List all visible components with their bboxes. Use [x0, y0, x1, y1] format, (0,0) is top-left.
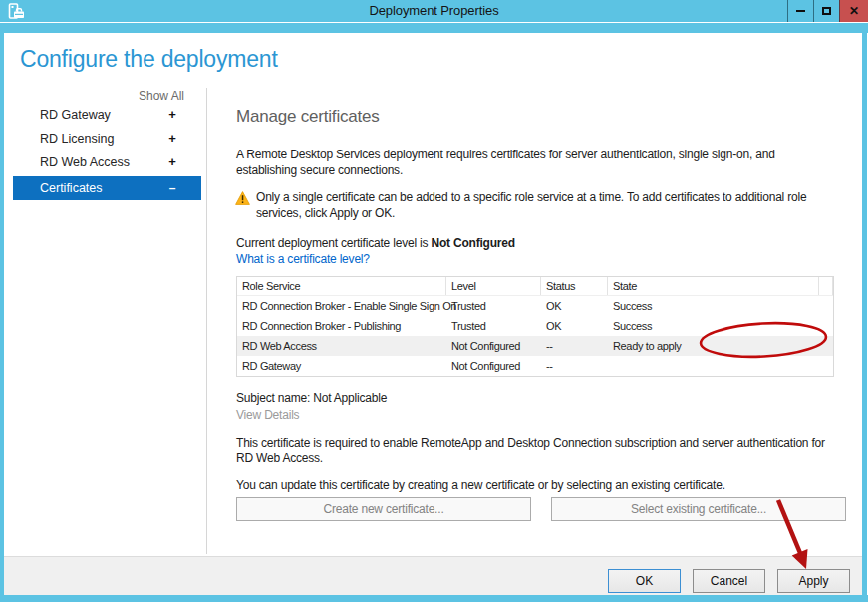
select-existing-certificate-button[interactable]: Select existing certificate... [551, 497, 846, 521]
certificate-description: This certificate is required to enable R… [236, 435, 834, 466]
cell-role-service: RD Connection Broker - Enable Single Sig… [237, 296, 446, 316]
apply-button[interactable]: Apply [777, 569, 850, 593]
cell-role-service: RD Web Access [237, 336, 446, 356]
certificate-level-help-link[interactable]: What is a certificate level? [236, 252, 370, 266]
sidebar-divider [206, 88, 207, 554]
cell-status: OK [541, 296, 608, 316]
ok-button[interactable]: OK [608, 569, 681, 593]
cell-state: Success [608, 296, 819, 316]
certificates-table: Role Service Level Status State RD Conne… [236, 276, 834, 377]
cell-level: Not Configured [446, 336, 541, 356]
table-row-highlighted[interactable]: RD Web Access Not Configured -- Ready to… [237, 336, 833, 356]
sidebar-item-rd-gateway[interactable]: RD Gateway [40, 108, 111, 122]
certificate-level-value: Not Configured [431, 236, 515, 250]
title-bar-band [0, 23, 868, 33]
table-row[interactable]: RD Connection Broker - Enable Single Sig… [237, 296, 833, 316]
cell-level: Not Configured [446, 356, 541, 376]
cell-status: -- [541, 356, 608, 376]
cell-level: Trusted [446, 296, 541, 316]
title-bar: Deployment Properties ✕ [0, 0, 868, 22]
minimize-icon [796, 10, 805, 12]
column-header-role-service[interactable]: Role Service [237, 277, 446, 295]
column-header-spacer [819, 277, 833, 295]
subject-name-text: Subject name: Not Applicable [236, 390, 834, 406]
cancel-button[interactable]: Cancel [693, 569, 765, 593]
table-row[interactable]: RD Gateway Not Configured -- [237, 356, 833, 376]
certificate-level-prefix: Current deployment certificate level is [236, 236, 431, 250]
cell-spacer [819, 336, 833, 356]
maximize-icon [822, 7, 831, 15]
sidebar-item-rd-licensing[interactable]: RD Licensing [40, 132, 114, 146]
column-header-level[interactable]: Level [446, 277, 541, 295]
cell-role-service: RD Connection Broker - Publishing [237, 316, 446, 336]
window-border-bottom [0, 595, 868, 602]
cell-state-ready-to-apply: Ready to apply [608, 336, 819, 356]
window-border-right [862, 33, 867, 595]
cell-spacer [819, 356, 833, 376]
window-controls: ✕ [787, 0, 868, 22]
warning-text: Only a single certificate can be added t… [256, 189, 842, 221]
column-header-status[interactable]: Status [541, 277, 608, 295]
certificate-level-text: Current deployment certificate level is … [236, 235, 834, 251]
deployment-properties-dialog: Deployment Properties ✕ Configure the de… [0, 0, 868, 602]
minimize-button[interactable] [787, 0, 813, 22]
expand-plus-icon[interactable]: + [166, 107, 178, 122]
expand-plus-icon[interactable]: + [166, 131, 178, 146]
cell-status: OK [541, 316, 608, 336]
cell-state [608, 356, 819, 376]
window-title: Deployment Properties [0, 3, 868, 18]
show-all-link[interactable]: Show All [40, 89, 184, 103]
cell-state: Success [608, 316, 819, 336]
collapse-minus-icon: – [166, 176, 178, 200]
column-header-state[interactable]: State [608, 277, 819, 295]
maximize-button[interactable] [813, 0, 839, 22]
cell-role-service: RD Gateway [237, 356, 446, 376]
cell-status: -- [541, 336, 608, 356]
close-button[interactable]: ✕ [839, 0, 868, 22]
view-details-link[interactable]: View Details [236, 408, 299, 422]
page-title: Configure the deployment [20, 46, 278, 73]
sidebar-item-label: Certificates [40, 176, 103, 200]
table-row[interactable]: RD Connection Broker - Publishing Truste… [237, 316, 833, 336]
close-icon: ✕ [849, 5, 859, 17]
intro-text: A Remote Desktop Services deployment req… [236, 147, 834, 178]
sidebar-item-certificates-selected[interactable]: Certificates – [13, 176, 201, 200]
create-new-certificate-button[interactable]: Create new certificate... [236, 497, 531, 521]
table-header-row: Role Service Level Status State [237, 277, 833, 296]
cell-spacer [819, 316, 833, 336]
window-border-left [0, 33, 4, 602]
section-title: Manage certificates [236, 107, 380, 127]
expand-plus-icon[interactable]: + [166, 154, 178, 169]
sidebar-item-rd-web-access[interactable]: RD Web Access [40, 155, 130, 169]
warning-icon [235, 191, 250, 208]
cell-spacer [819, 296, 833, 316]
update-hint-text: You can update this certificate by creat… [236, 477, 846, 493]
cell-level: Trusted [446, 316, 541, 336]
